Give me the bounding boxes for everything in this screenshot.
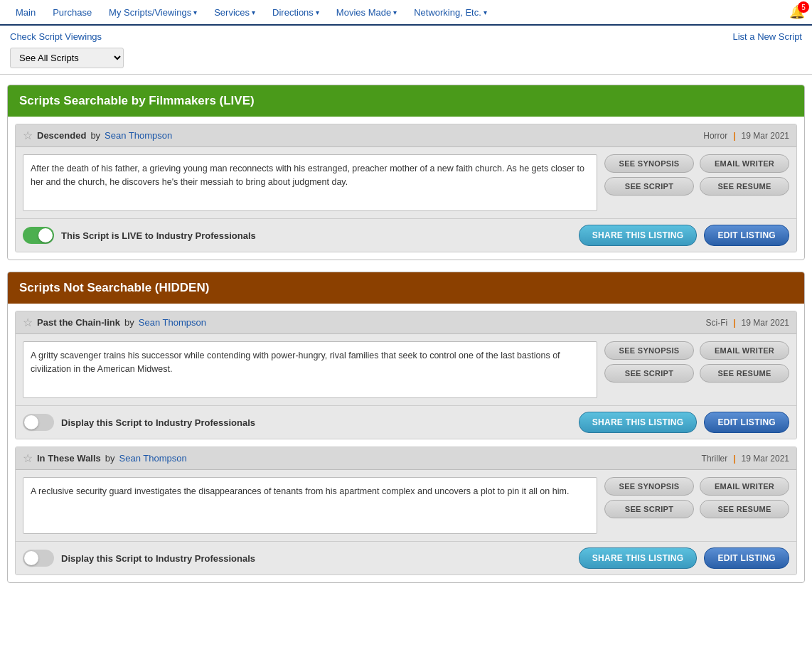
by-text: by	[105, 453, 115, 464]
star-icon[interactable]: ☆	[23, 129, 33, 142]
edit-listing-button[interactable]: EDIT LISTING	[704, 225, 789, 246]
script-title-area: ☆ Descended by Sean Thompson	[23, 129, 172, 142]
script-buttons-row-2: SEE SCRIPT SEE RESUME	[604, 500, 789, 518]
script-card-in-these-walls: ☆ In These Walls by Sean Thompson Thrill…	[15, 447, 797, 575]
script-buttons-row-1: SEE SYNOPSIS EMAIL WRITER	[604, 477, 789, 496]
script-date: 19 Mar 2021	[742, 454, 789, 464]
script-title: Descended	[37, 130, 86, 141]
top-navigation: Main Purchase My Scripts/Viewings ▾ Serv…	[0, 0, 812, 26]
sub-header: Check Script Viewings List a New Script	[0, 26, 812, 45]
script-card-header: ☆ In These Walls by Sean Thompson Thrill…	[16, 447, 796, 470]
author-link[interactable]: Sean Thompson	[119, 453, 187, 464]
notification-badge: 5	[798, 1, 809, 13]
nav-main[interactable]: Main	[7, 7, 44, 18]
edit-listing-button[interactable]: EDIT LISTING	[704, 547, 789, 569]
toggle-knob	[24, 551, 38, 565]
script-description: A gritty scavenger trains his successor …	[23, 341, 597, 398]
script-card-header: ☆ Past the Chain-link by Sean Thompson S…	[16, 311, 796, 334]
see-resume-button[interactable]: SEE RESUME	[700, 500, 789, 518]
divider	[0, 74, 812, 75]
script-action-buttons: SEE SYNOPSIS EMAIL WRITER SEE SCRIPT SEE…	[604, 477, 789, 534]
toggle-label: Display this Script to Industry Professi…	[61, 417, 255, 428]
script-action-buttons: SEE SYNOPSIS EMAIL WRITER SEE SCRIPT SEE…	[604, 154, 789, 211]
live-section-header: Scripts Searchable by Filmmakers (LIVE)	[8, 85, 804, 117]
by-text: by	[124, 317, 134, 328]
nav-my-scripts[interactable]: My Scripts/Viewings ▾	[100, 7, 205, 18]
chevron-down-icon: ▾	[484, 9, 487, 16]
email-writer-button[interactable]: EMAIL WRITER	[700, 154, 789, 173]
see-synopsis-button[interactable]: SEE SYNOPSIS	[604, 477, 694, 496]
see-synopsis-button[interactable]: SEE SYNOPSIS	[604, 154, 694, 173]
display-toggle[interactable]	[23, 550, 54, 567]
edit-listing-button[interactable]: EDIT LISTING	[704, 412, 789, 433]
script-buttons-row-1: SEE SYNOPSIS EMAIL WRITER	[604, 154, 789, 173]
nav-networking[interactable]: Networking, Etc. ▾	[405, 7, 496, 18]
script-card-body: A reclusive security guard investigates …	[16, 470, 796, 541]
display-toggle[interactable]	[23, 414, 54, 431]
share-listing-button[interactable]: SHARE THIS LISTING	[579, 547, 698, 569]
script-title: Past the Chain-link	[37, 317, 120, 328]
script-meta: Horror | 19 Mar 2021	[703, 131, 789, 141]
email-writer-button[interactable]: EMAIL WRITER	[700, 341, 789, 360]
script-genre: Thriller	[702, 454, 728, 464]
nav-directions[interactable]: Directions ▾	[264, 7, 328, 18]
author-link[interactable]: Sean Thompson	[105, 130, 172, 141]
script-card-body: A gritty scavenger trains his successor …	[16, 334, 796, 405]
see-script-button[interactable]: SEE SCRIPT	[604, 364, 694, 383]
script-genre: Sci-Fi	[706, 318, 728, 328]
see-resume-button[interactable]: SEE RESUME	[700, 364, 789, 383]
by-text: by	[90, 130, 100, 141]
script-card-descended: ☆ Descended by Sean Thompson Horror | 19…	[15, 124, 797, 252]
toggle-knob	[24, 415, 38, 429]
script-card-body: After the death of his father, a grievin…	[16, 147, 796, 218]
chevron-down-icon: ▾	[193, 9, 197, 16]
footer-action-buttons: SHARE THIS LISTING EDIT LISTING	[579, 412, 789, 433]
script-genre: Horror	[703, 131, 727, 141]
script-buttons-row-1: SEE SYNOPSIS EMAIL WRITER	[604, 341, 789, 360]
script-card-footer: Display this Script to Industry Professi…	[16, 541, 796, 574]
script-title-area: ☆ In These Walls by Sean Thompson	[23, 451, 187, 465]
hidden-scripts-section: Scripts Not Searchable (HIDDEN) ☆ Past t…	[7, 272, 805, 583]
script-meta: Thriller | 19 Mar 2021	[702, 454, 789, 464]
pipe-separator: |	[733, 318, 735, 328]
chevron-down-icon: ▾	[393, 9, 397, 16]
script-title: In These Walls	[37, 453, 101, 464]
see-script-button[interactable]: SEE SCRIPT	[604, 177, 694, 196]
script-description: After the death of his father, a grievin…	[23, 154, 597, 211]
script-date: 19 Mar 2021	[742, 318, 789, 328]
pipe-separator: |	[733, 454, 735, 464]
check-script-viewings-link[interactable]: Check Script Viewings	[10, 31, 102, 42]
star-icon[interactable]: ☆	[23, 451, 33, 465]
toggle-area: Display this Script to Industry Professi…	[23, 550, 255, 567]
script-card-past-chain-link: ☆ Past the Chain-link by Sean Thompson S…	[15, 311, 797, 439]
nav-services[interactable]: Services ▾	[205, 7, 264, 18]
notification-bell[interactable]: 🔔 5	[789, 4, 805, 20]
share-listing-button[interactable]: SHARE THIS LISTING	[579, 225, 698, 246]
email-writer-button[interactable]: EMAIL WRITER	[700, 477, 789, 496]
toggle-area: This Script is LIVE to Industry Professi…	[23, 227, 256, 244]
script-filter-wrapper: See All Scripts Live Scripts Hidden Scri…	[0, 45, 812, 74]
toggle-knob	[38, 228, 53, 242]
script-card-footer: Display this Script to Industry Professi…	[16, 405, 796, 439]
script-card-header: ☆ Descended by Sean Thompson Horror | 19…	[16, 124, 796, 147]
live-toggle[interactable]	[23, 227, 54, 244]
share-listing-button[interactable]: SHARE THIS LISTING	[579, 412, 698, 433]
nav-purchase[interactable]: Purchase	[44, 7, 100, 18]
see-synopsis-button[interactable]: SEE SYNOPSIS	[604, 341, 694, 360]
see-script-button[interactable]: SEE SCRIPT	[604, 500, 694, 518]
script-filter-dropdown[interactable]: See All Scripts Live Scripts Hidden Scri…	[10, 48, 124, 68]
author-link[interactable]: Sean Thompson	[139, 317, 206, 328]
toggle-label: This Script is LIVE to Industry Professi…	[61, 230, 256, 241]
list-new-script-link[interactable]: List a New Script	[732, 31, 802, 42]
script-buttons-row-2: SEE SCRIPT SEE RESUME	[604, 364, 789, 383]
pipe-separator: |	[733, 131, 735, 141]
script-card-footer: This Script is LIVE to Industry Professi…	[16, 218, 796, 252]
toggle-label: Display this Script to Industry Professi…	[61, 553, 255, 564]
live-scripts-section: Scripts Searchable by Filmmakers (LIVE) …	[7, 85, 805, 260]
chevron-down-icon: ▾	[316, 9, 319, 16]
nav-movies-made[interactable]: Movies Made ▾	[328, 7, 405, 18]
see-resume-button[interactable]: SEE RESUME	[700, 177, 789, 196]
star-icon[interactable]: ☆	[23, 316, 33, 329]
script-description: A reclusive security guard investigates …	[23, 477, 597, 534]
chevron-down-icon: ▾	[252, 9, 255, 16]
